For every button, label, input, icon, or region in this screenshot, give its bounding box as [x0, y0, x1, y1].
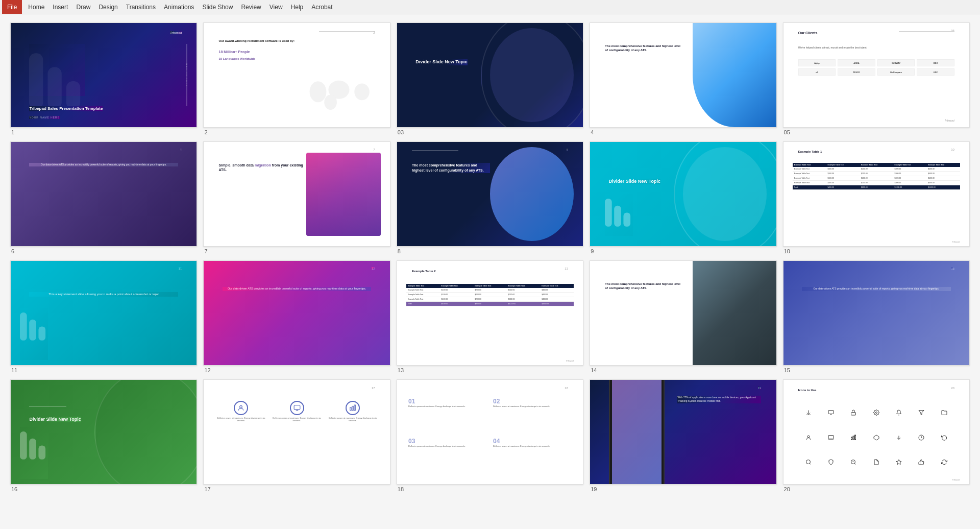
slide-16-title: Divider Slide New Topic [29, 417, 81, 423]
menu-help[interactable]: Help [287, 3, 308, 12]
table-row-total: Total$400.00$800.00$1200.00$1600.00 [406, 302, 574, 306]
slide-5[interactable]: 05 Our Clients. We've helped clients att… [783, 22, 970, 128]
slide-8[interactable]: 8 The most comprehensive features and hi… [397, 141, 583, 247]
svg-point-3 [309, 81, 326, 102]
svg-rect-19 [352, 406, 353, 411]
slide-11-brandicon [20, 308, 48, 360]
slide-6-overlay [11, 142, 197, 246]
menu-insert[interactable]: Insert [48, 3, 72, 12]
menu-draw[interactable]: Draw [72, 3, 94, 12]
slide-number-17: 17 [203, 486, 390, 492]
svg-rect-26 [828, 435, 834, 439]
menu-home[interactable]: Home [24, 3, 48, 12]
slide-container-11: 11 This a key statement slide allowing y… [10, 260, 197, 373]
slide-14-photo [693, 261, 776, 365]
slide-6[interactable]: 6 Our data-driven ATS provides an incred… [10, 141, 197, 247]
slide-17[interactable]: 17 Deflector power at maximum. Energy di… [203, 379, 390, 485]
slide-14[interactable]: 14 The most comprehensive features and h… [590, 260, 776, 366]
svg-line-33 [810, 464, 811, 465]
slide-number-4: 4 [590, 129, 776, 135]
icon-label-1: Deflector power at maximum. Energy disch… [213, 417, 269, 422]
icon-search [798, 459, 819, 465]
slide-number-1: 1 [10, 129, 197, 135]
slide-13[interactable]: 13 Example Table 2 Example Table Text Ex… [397, 260, 583, 366]
slide-4-text: The most comprehensive features and high… [605, 44, 683, 53]
slide-container-17: 17 Deflector power at maximum. Energy di… [203, 379, 390, 492]
slide-9-deco2 [683, 147, 767, 241]
icon-file [866, 459, 887, 465]
menu-view[interactable]: View [265, 3, 287, 12]
icon-clock [911, 435, 932, 441]
slide-10[interactable]: 10 Example Table 1 Example Table Text Ex… [783, 141, 970, 247]
icon-thumbup [911, 459, 932, 465]
slide-4-photo [693, 23, 776, 127]
slide-number-5: 05 [783, 129, 970, 135]
menu-review[interactable]: Review [237, 3, 265, 12]
menu-design[interactable]: Design [94, 3, 121, 12]
feat-text-1: Deflector power at maximum. Energy disch… [408, 405, 487, 408]
slide-19[interactable]: 19 With 77% of applications now done on … [590, 379, 776, 485]
slide-2-stat1: 18 Million+ People [219, 50, 250, 54]
icon-download [798, 410, 819, 416]
client-logo-8: KFC [917, 68, 954, 76]
slide-number-16: 16 [10, 486, 197, 492]
slide-3[interactable]: 03 Divider Slide New Topic [397, 22, 583, 128]
slide-2[interactable]: 2 Our award-winning recruitment software… [203, 22, 390, 128]
slide-10-tribepad: Tribepad [952, 241, 960, 243]
slide-10-title: Example Table 1 [798, 150, 822, 153]
slide-container-3: 03 Divider Slide New Topic 03 [397, 22, 583, 135]
feat-num-2: 02 [493, 398, 572, 405]
menu-transitions[interactable]: Transitions [122, 3, 160, 12]
slide-1[interactable]: Tribepad Sales Presentation Template Tri… [10, 22, 197, 128]
slide-number-19: 19 [590, 486, 776, 492]
slide-container-2: 2 Our award-winning recruitment software… [203, 22, 390, 135]
menu-slideshow[interactable]: Slide Show [198, 3, 237, 12]
slide-15-num: 15 [951, 267, 954, 270]
slide-container-14: 14 The most comprehensive features and h… [590, 260, 776, 373]
icon-label-3: Deflector power at maximum. Energy disch… [325, 417, 380, 422]
slide-5-title: Our Clients. [798, 31, 819, 35]
slide-14-text: The most comprehensive features and high… [605, 282, 683, 291]
slide-number-2: 2 [203, 129, 390, 135]
slide-10-table: Example Table Text Example Table Text Ex… [793, 163, 960, 231]
slide-4[interactable]: 4 The most comprehensive features and hi… [590, 22, 776, 128]
slide-11[interactable]: 11 This a key statement slide allowing y… [10, 260, 197, 366]
menu-acrobat[interactable]: Acrobat [307, 3, 336, 12]
icon-filter [911, 410, 932, 416]
table-row: Example Table Text$100.00$200.00$300.00$… [793, 180, 960, 185]
svg-line-35 [855, 464, 856, 465]
slide-2-worldmap [297, 75, 381, 117]
svg-marker-37 [896, 460, 901, 465]
slide-20[interactable]: 20 Icons to Use [783, 379, 970, 485]
slide-18[interactable]: 18 01 Deflector power at maximum. Energy… [397, 379, 583, 485]
slide-9-brandicon [605, 194, 633, 236]
icon-container-3: Deflector power at maximum. Energy disch… [325, 401, 380, 422]
slide-1-logo: Tribepad [170, 31, 182, 34]
th-3: Example Table Text [473, 284, 507, 288]
file-menu[interactable]: File [2, 0, 22, 14]
icon-laptop [821, 435, 841, 441]
slide-7[interactable]: 7 Simple, smooth data migration from you… [203, 141, 390, 247]
slide-12[interactable]: 12 Our data-driven ATS provides an incre… [203, 260, 390, 366]
menu-animations[interactable]: Animations [160, 3, 198, 12]
slide-20-icons [798, 401, 954, 474]
icon-diamond [866, 435, 887, 441]
icon-container-1: Deflector power at maximum. Energy disch… [213, 401, 269, 422]
slide-7-num: 7 [373, 148, 375, 151]
slide-9-title: Divider Slide New Topic [609, 179, 660, 185]
svg-rect-13 [20, 431, 27, 460]
svg-rect-12 [39, 326, 46, 340]
slide-14-content: The most comprehensive features and high… [605, 282, 683, 291]
th-2: Example Table Text [826, 163, 860, 167]
slide-8-content: The most comprehensive features and high… [412, 163, 490, 173]
slide-number-7: 7 [203, 248, 390, 254]
slide-16[interactable]: 16 Divider Slide New Topic [10, 379, 197, 485]
slide-container-4: 4 The most comprehensive features and hi… [590, 22, 776, 135]
th-5: Example Table Text [926, 163, 960, 167]
client-logo-4: BBC [917, 59, 954, 66]
client-logo-6: TESCO [838, 68, 875, 76]
slide-9[interactable]: 9 Divider Slide New Topic [590, 141, 776, 247]
icon-bell [889, 410, 909, 416]
slide-15[interactable]: 15 Our data-driven ATS provides an incre… [783, 260, 970, 366]
svg-point-5 [354, 83, 370, 100]
